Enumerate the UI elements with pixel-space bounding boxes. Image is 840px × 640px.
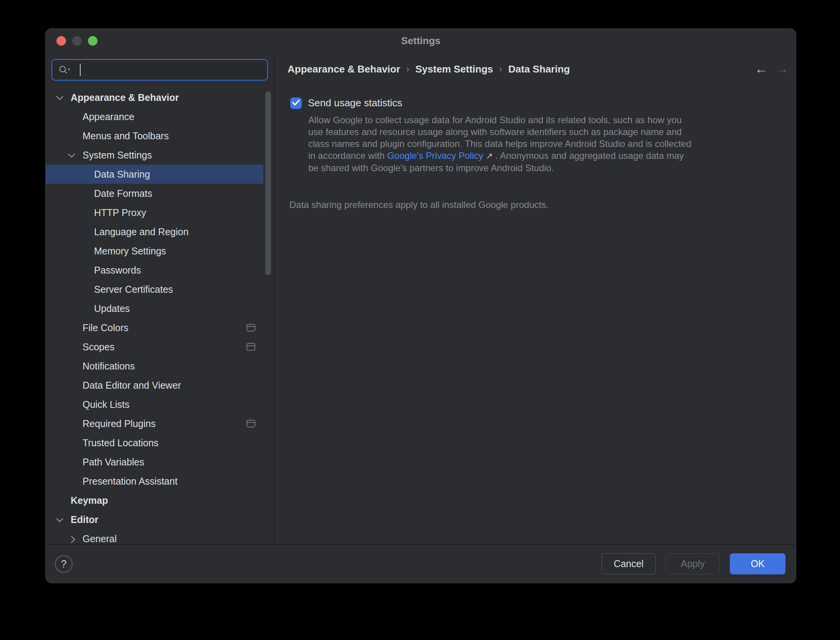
- breadcrumb-item-2[interactable]: System Settings: [415, 63, 493, 75]
- send-usage-statistics-label: Send usage statistics: [308, 97, 402, 109]
- ok-button[interactable]: OK: [730, 553, 785, 574]
- sidebar-item-general[interactable]: General: [46, 529, 263, 544]
- breadcrumb-separator: ›: [499, 64, 502, 74]
- dialog-footer: ? Cancel Apply OK: [46, 544, 796, 583]
- settings-tree: Appearance & Behavior Appearance Menus a…: [46, 88, 274, 544]
- sidebar-item-label: File Colors: [83, 322, 128, 333]
- sidebar-item-label: Trusted Locations: [83, 437, 159, 449]
- sidebar-item-label: Notifications: [83, 361, 135, 372]
- checkmark-icon: [290, 97, 302, 110]
- sidebar-item-path-variables[interactable]: Path Variables: [46, 452, 263, 472]
- settings-pane-icon: [246, 420, 255, 427]
- chevron-icon[interactable]: [56, 93, 63, 100]
- settings-sidebar: Appearance & Behavior Appearance Menus a…: [46, 53, 274, 544]
- sidebar-item-label: Date Formats: [94, 188, 152, 199]
- usage-statistics-description: Allow Google to collect usage data for A…: [308, 114, 692, 174]
- titlebar: Settings: [46, 29, 796, 53]
- settings-pane-icon: [246, 343, 255, 351]
- sidebar-scrollbar-thumb[interactable]: [265, 91, 271, 275]
- chevron-icon[interactable]: [68, 536, 75, 543]
- data-sharing-note: Data sharing preferences apply to all in…: [289, 200, 549, 210]
- sidebar-item-date-formats[interactable]: Date Formats: [46, 184, 263, 203]
- sidebar-item-editor[interactable]: Editor: [46, 510, 263, 529]
- chevron-icon[interactable]: [68, 150, 75, 157]
- sidebar-item-label: Presentation Assistant: [83, 476, 177, 487]
- breadcrumb: Appearance & Behavior›System Settings›Da…: [288, 63, 570, 75]
- apply-button[interactable]: Apply: [666, 553, 720, 574]
- sidebar-item-label: Menus and Toolbars: [83, 130, 169, 142]
- sidebar-item-http-proxy[interactable]: HTTP Proxy: [46, 203, 263, 222]
- breadcrumb-item-1[interactable]: Appearance & Behavior: [288, 63, 400, 75]
- sidebar-item-label: HTTP Proxy: [94, 207, 146, 218]
- sidebar-item-menus-and-toolbars[interactable]: Menus and Toolbars: [46, 126, 263, 145]
- sidebar-item-data-sharing[interactable]: Data Sharing: [46, 165, 263, 184]
- sidebar-item-system-settings[interactable]: System Settings: [46, 145, 263, 165]
- sidebar-item-label: Quick Lists: [83, 399, 129, 410]
- search-box[interactable]: [51, 59, 268, 81]
- sidebar-item-label: General: [83, 533, 117, 544]
- sidebar-item-label: Server Certificates: [94, 284, 173, 295]
- sidebar-item-label: Updates: [94, 303, 130, 314]
- sidebar-item-updates[interactable]: Updates: [46, 299, 263, 318]
- sidebar-item-memory-settings[interactable]: Memory Settings: [46, 241, 263, 261]
- history-nav: ← →: [754, 61, 790, 76]
- settings-content-pane: Appearance & Behavior›System Settings›Da…: [274, 53, 796, 544]
- sidebar-item-keymap[interactable]: Keymap: [46, 491, 263, 510]
- sidebar-item-label: Required Plugins: [83, 418, 155, 429]
- sidebar-item-passwords[interactable]: Passwords: [46, 261, 263, 280]
- breadcrumb-separator: ›: [406, 64, 409, 74]
- sidebar-item-data-editor-and-viewer[interactable]: Data Editor and Viewer: [46, 376, 263, 395]
- sidebar-item-label: Keymap: [71, 495, 108, 506]
- sidebar-item-label: Data Editor and Viewer: [83, 380, 181, 391]
- sidebar-item-required-plugins[interactable]: Required Plugins: [46, 414, 263, 433]
- sidebar-item-file-colors[interactable]: File Colors: [46, 318, 263, 337]
- search-input[interactable]: [83, 64, 267, 76]
- sidebar-item-notifications[interactable]: Notifications: [46, 356, 263, 376]
- sidebar-item-appearance[interactable]: Appearance: [46, 107, 263, 126]
- sidebar-item-label: Editor: [71, 514, 98, 525]
- question-mark-icon: ?: [61, 558, 66, 570]
- sidebar-item-server-certificates[interactable]: Server Certificates: [46, 280, 263, 299]
- external-link-icon: ↗: [486, 151, 493, 161]
- help-button[interactable]: ?: [55, 555, 73, 573]
- settings-pane-icon: [246, 324, 255, 332]
- window-title: Settings: [46, 35, 796, 47]
- sidebar-item-label: Language and Region: [94, 226, 189, 238]
- sidebar-item-quick-lists[interactable]: Quick Lists: [46, 395, 263, 414]
- privacy-policy-link[interactable]: Google's Privacy Policy: [387, 150, 483, 161]
- chevron-icon[interactable]: [56, 515, 63, 522]
- back-arrow-icon[interactable]: ←: [754, 61, 769, 76]
- text-caret: [80, 64, 81, 76]
- search-icon[interactable]: [58, 65, 71, 75]
- sidebar-item-language-and-region[interactable]: Language and Region: [46, 222, 263, 241]
- sidebar-item-presentation-assistant[interactable]: Presentation Assistant: [46, 472, 263, 491]
- sidebar-item-label: Appearance & Behavior: [71, 92, 179, 103]
- sidebar-item-label: Path Variables: [83, 457, 144, 468]
- cancel-button[interactable]: Cancel: [602, 553, 656, 574]
- send-usage-statistics-checkbox[interactable]: [290, 97, 302, 109]
- settings-window: Settings Appearance & Behavior: [45, 28, 796, 583]
- sidebar-item-appearance-behavior[interactable]: Appearance & Behavior: [46, 88, 263, 107]
- sidebar-item-label: Data Sharing: [94, 169, 150, 180]
- sidebar-item-label: Passwords: [94, 265, 141, 276]
- sidebar-item-label: Memory Settings: [94, 246, 166, 257]
- breadcrumb-item-3[interactable]: Data Sharing: [508, 63, 570, 75]
- forward-arrow-icon[interactable]: →: [774, 61, 790, 76]
- sidebar-item-scopes[interactable]: Scopes: [46, 337, 263, 356]
- sidebar-item-label: Scopes: [83, 341, 114, 353]
- sidebar-item-label: System Settings: [83, 150, 152, 161]
- sidebar-item-trusted-locations[interactable]: Trusted Locations: [46, 433, 263, 452]
- sidebar-item-label: Appearance: [83, 111, 134, 122]
